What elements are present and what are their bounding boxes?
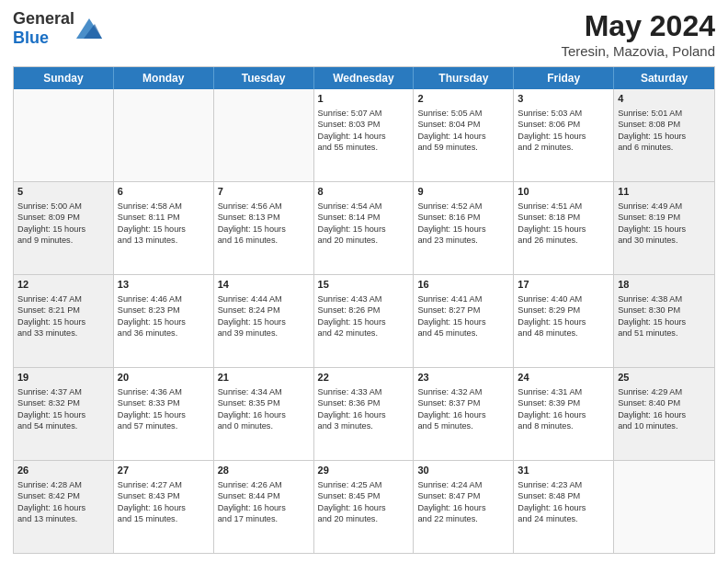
day-number-24: 24 bbox=[518, 371, 609, 385]
day-number-9: 9 bbox=[417, 185, 509, 199]
day-number-30: 30 bbox=[417, 464, 509, 477]
day-number-3: 3 bbox=[518, 92, 609, 106]
day-number-29: 29 bbox=[318, 464, 410, 477]
title-block: May 2024 Teresin, Mazovia, Poland bbox=[561, 9, 715, 59]
day-number-4: 4 bbox=[618, 92, 711, 106]
cal-cell-3-1: 20Sunrise: 4:36 AM Sunset: 8:33 PM Dayli… bbox=[114, 368, 214, 460]
day-number-23: 23 bbox=[417, 371, 509, 385]
location-subtitle: Teresin, Mazovia, Poland bbox=[561, 43, 715, 59]
cell-info-1-0: Sunrise: 5:00 AM Sunset: 8:09 PM Dayligh… bbox=[17, 201, 109, 247]
cell-info-4-0: Sunrise: 4:28 AM Sunset: 8:42 PM Dayligh… bbox=[17, 479, 109, 525]
day-number-10: 10 bbox=[518, 185, 609, 199]
cell-info-0-3: Sunrise: 5:07 AM Sunset: 8:03 PM Dayligh… bbox=[318, 108, 410, 154]
day-number-13: 13 bbox=[118, 278, 210, 292]
header-saturday: Saturday bbox=[614, 67, 714, 89]
cal-cell-2-4: 16Sunrise: 4:41 AM Sunset: 8:27 PM Dayli… bbox=[414, 275, 514, 367]
cal-cell-2-1: 13Sunrise: 4:46 AM Sunset: 8:23 PM Dayli… bbox=[114, 275, 214, 367]
week-row-3: 12Sunrise: 4:47 AM Sunset: 8:21 PM Dayli… bbox=[14, 275, 714, 368]
cal-cell-1-0: 5Sunrise: 5:00 AM Sunset: 8:09 PM Daylig… bbox=[14, 182, 114, 274]
cal-cell-1-3: 8Sunrise: 4:54 AM Sunset: 8:14 PM Daylig… bbox=[314, 182, 415, 274]
logo-general: General bbox=[13, 9, 74, 28]
cal-cell-0-0 bbox=[14, 89, 114, 181]
day-number-20: 20 bbox=[118, 371, 210, 385]
cal-cell-0-5: 3Sunrise: 5:03 AM Sunset: 8:06 PM Daylig… bbox=[514, 89, 614, 181]
day-number-28: 28 bbox=[218, 464, 310, 477]
header-sunday: Sunday bbox=[14, 67, 114, 89]
cal-cell-1-5: 10Sunrise: 4:51 AM Sunset: 8:18 PM Dayli… bbox=[514, 182, 614, 274]
cell-info-4-5: Sunrise: 4:23 AM Sunset: 8:48 PM Dayligh… bbox=[518, 479, 609, 525]
cal-cell-4-4: 30Sunrise: 4:24 AM Sunset: 8:47 PM Dayli… bbox=[414, 461, 514, 553]
cell-info-2-4: Sunrise: 4:41 AM Sunset: 8:27 PM Dayligh… bbox=[417, 293, 509, 339]
cal-cell-1-6: 11Sunrise: 4:49 AM Sunset: 8:19 PM Dayli… bbox=[614, 182, 714, 274]
cell-info-1-6: Sunrise: 4:49 AM Sunset: 8:19 PM Dayligh… bbox=[618, 201, 711, 247]
header: General Blue May 2024 Teresin, Mazovia, … bbox=[13, 9, 715, 59]
cal-cell-2-2: 14Sunrise: 4:44 AM Sunset: 8:24 PM Dayli… bbox=[214, 275, 314, 367]
logo: General Blue bbox=[13, 9, 102, 48]
cell-info-1-2: Sunrise: 4:56 AM Sunset: 8:13 PM Dayligh… bbox=[218, 201, 310, 247]
cal-cell-0-1 bbox=[114, 89, 214, 181]
cal-cell-0-2 bbox=[214, 89, 314, 181]
cal-cell-4-2: 28Sunrise: 4:26 AM Sunset: 8:44 PM Dayli… bbox=[214, 461, 314, 553]
header-friday: Friday bbox=[514, 67, 614, 89]
cal-cell-2-0: 12Sunrise: 4:47 AM Sunset: 8:21 PM Dayli… bbox=[14, 275, 114, 367]
calendar-header-row: SundayMondayTuesdayWednesdayThursdayFrid… bbox=[14, 67, 714, 89]
cal-cell-4-0: 26Sunrise: 4:28 AM Sunset: 8:42 PM Dayli… bbox=[14, 461, 114, 553]
cal-cell-3-6: 25Sunrise: 4:29 AM Sunset: 8:40 PM Dayli… bbox=[614, 368, 714, 460]
cell-info-3-0: Sunrise: 4:37 AM Sunset: 8:32 PM Dayligh… bbox=[17, 386, 109, 432]
day-number-2: 2 bbox=[417, 92, 509, 106]
cal-cell-4-6 bbox=[614, 461, 714, 553]
logo-blue: Blue bbox=[13, 29, 49, 47]
day-number-21: 21 bbox=[218, 371, 310, 385]
cell-info-0-4: Sunrise: 5:05 AM Sunset: 8:04 PM Dayligh… bbox=[417, 108, 509, 154]
cell-info-3-3: Sunrise: 4:33 AM Sunset: 8:36 PM Dayligh… bbox=[318, 386, 410, 432]
cell-info-3-1: Sunrise: 4:36 AM Sunset: 8:33 PM Dayligh… bbox=[118, 386, 210, 432]
cell-info-2-6: Sunrise: 4:38 AM Sunset: 8:30 PM Dayligh… bbox=[618, 293, 711, 339]
cell-info-4-3: Sunrise: 4:25 AM Sunset: 8:45 PM Dayligh… bbox=[318, 479, 410, 525]
day-number-16: 16 bbox=[417, 278, 509, 292]
day-number-25: 25 bbox=[618, 371, 711, 385]
day-number-12: 12 bbox=[17, 278, 109, 292]
day-number-8: 8 bbox=[318, 185, 410, 199]
cell-info-0-6: Sunrise: 5:01 AM Sunset: 8:08 PM Dayligh… bbox=[618, 108, 711, 154]
header-monday: Monday bbox=[114, 67, 214, 89]
calendar-body: 1Sunrise: 5:07 AM Sunset: 8:03 PM Daylig… bbox=[14, 89, 714, 553]
cal-cell-0-6: 4Sunrise: 5:01 AM Sunset: 8:08 PM Daylig… bbox=[614, 89, 714, 181]
logo-icon bbox=[76, 18, 102, 39]
month-title: May 2024 bbox=[561, 9, 715, 43]
cal-cell-1-4: 9Sunrise: 4:52 AM Sunset: 8:16 PM Daylig… bbox=[414, 182, 514, 274]
day-number-7: 7 bbox=[218, 185, 310, 199]
cell-info-1-5: Sunrise: 4:51 AM Sunset: 8:18 PM Dayligh… bbox=[518, 201, 609, 247]
day-number-6: 6 bbox=[118, 185, 210, 199]
cal-cell-3-5: 24Sunrise: 4:31 AM Sunset: 8:39 PM Dayli… bbox=[514, 368, 614, 460]
week-row-1: 1Sunrise: 5:07 AM Sunset: 8:03 PM Daylig… bbox=[14, 89, 714, 182]
week-row-2: 5Sunrise: 5:00 AM Sunset: 8:09 PM Daylig… bbox=[14, 182, 714, 275]
cal-cell-2-3: 15Sunrise: 4:43 AM Sunset: 8:26 PM Dayli… bbox=[314, 275, 415, 367]
cell-info-1-1: Sunrise: 4:58 AM Sunset: 8:11 PM Dayligh… bbox=[118, 201, 210, 247]
day-number-19: 19 bbox=[17, 371, 109, 385]
day-number-17: 17 bbox=[518, 278, 609, 292]
cell-info-2-1: Sunrise: 4:46 AM Sunset: 8:23 PM Dayligh… bbox=[118, 293, 210, 339]
cell-info-2-3: Sunrise: 4:43 AM Sunset: 8:26 PM Dayligh… bbox=[318, 293, 410, 339]
cal-cell-0-4: 2Sunrise: 5:05 AM Sunset: 8:04 PM Daylig… bbox=[414, 89, 514, 181]
cal-cell-3-0: 19Sunrise: 4:37 AM Sunset: 8:32 PM Dayli… bbox=[14, 368, 114, 460]
cal-cell-1-2: 7Sunrise: 4:56 AM Sunset: 8:13 PM Daylig… bbox=[214, 182, 314, 274]
cell-info-2-5: Sunrise: 4:40 AM Sunset: 8:29 PM Dayligh… bbox=[518, 293, 609, 339]
cell-info-0-5: Sunrise: 5:03 AM Sunset: 8:06 PM Dayligh… bbox=[518, 108, 609, 154]
cell-info-3-4: Sunrise: 4:32 AM Sunset: 8:37 PM Dayligh… bbox=[417, 386, 509, 432]
header-thursday: Thursday bbox=[414, 67, 514, 89]
calendar: SundayMondayTuesdayWednesdayThursdayFrid… bbox=[13, 66, 715, 554]
cell-info-2-2: Sunrise: 4:44 AM Sunset: 8:24 PM Dayligh… bbox=[218, 293, 310, 339]
cal-cell-2-6: 18Sunrise: 4:38 AM Sunset: 8:30 PM Dayli… bbox=[614, 275, 714, 367]
day-number-11: 11 bbox=[618, 185, 711, 199]
cal-cell-3-3: 22Sunrise: 4:33 AM Sunset: 8:36 PM Dayli… bbox=[314, 368, 415, 460]
cell-info-3-2: Sunrise: 4:34 AM Sunset: 8:35 PM Dayligh… bbox=[218, 386, 310, 432]
cell-info-4-4: Sunrise: 4:24 AM Sunset: 8:47 PM Dayligh… bbox=[417, 479, 509, 525]
cell-info-1-4: Sunrise: 4:52 AM Sunset: 8:16 PM Dayligh… bbox=[417, 201, 509, 247]
cell-info-1-3: Sunrise: 4:54 AM Sunset: 8:14 PM Dayligh… bbox=[318, 201, 410, 247]
cell-info-4-2: Sunrise: 4:26 AM Sunset: 8:44 PM Dayligh… bbox=[218, 479, 310, 525]
cal-cell-4-5: 31Sunrise: 4:23 AM Sunset: 8:48 PM Dayli… bbox=[514, 461, 614, 553]
day-number-14: 14 bbox=[218, 278, 310, 292]
day-number-15: 15 bbox=[318, 278, 410, 292]
cell-info-2-0: Sunrise: 4:47 AM Sunset: 8:21 PM Dayligh… bbox=[17, 293, 109, 339]
cal-cell-0-3: 1Sunrise: 5:07 AM Sunset: 8:03 PM Daylig… bbox=[314, 89, 415, 181]
